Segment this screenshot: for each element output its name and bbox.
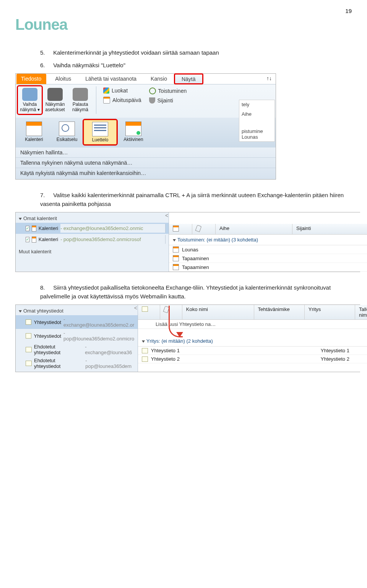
view-menu: Näkymien hallinta… Tallenna nykyinen näk… (16, 147, 276, 179)
col-icon[interactable] (138, 305, 160, 319)
separator (96, 86, 96, 114)
row-subject: Tapaaminen (182, 256, 209, 261)
change-view-button[interactable]: Vaihda näkymä ▾ (18, 86, 42, 114)
contacts-item[interactable]: Ehdotetut yhteystiedot - pop@lounea365de… (16, 356, 138, 370)
view-calendar-label: Kalenteri (19, 137, 49, 142)
col-attachment[interactable] (192, 224, 216, 234)
logo: Lounea (15, 16, 352, 33)
preview-cell: tely (242, 102, 272, 107)
contacts-icon (26, 361, 32, 366)
nav-header[interactable]: Omat kalenterit (16, 214, 169, 223)
contacts-account: - pop@lounea365demo2.onmicro (63, 330, 135, 342)
col-icon[interactable] (169, 224, 192, 234)
list-text: Vaihda näkymäksi "Luettelo" (53, 62, 125, 68)
list-text: Kalenterimerkinnät ja yhteystiedot voida… (53, 49, 219, 56)
contacts-label: Yhteystiedot (34, 319, 61, 325)
col-filed-as[interactable]: Tallennettu nimellä (355, 305, 367, 319)
start-date-button[interactable]: Aloituspäivä (100, 96, 145, 105)
calendar-label: Kalenteri (39, 225, 58, 231)
list-number: 8. (40, 283, 52, 292)
checkbox-icon[interactable] (26, 226, 29, 231)
contact-icon (142, 348, 148, 353)
categories-button[interactable]: Luokat (100, 86, 145, 95)
triangle-icon (173, 239, 176, 241)
collapse-icon[interactable]: < (134, 305, 137, 311)
view-preview-button[interactable]: Esikatselu (51, 120, 83, 144)
gear-icon (47, 88, 63, 101)
triangle-icon (19, 310, 22, 313)
list-number: 7. (40, 191, 52, 200)
list-text: Valitse kaikki kalenterimerkinnät painam… (40, 192, 344, 207)
col-location[interactable]: Sijainti (292, 224, 367, 234)
list-number: 6. (40, 61, 52, 70)
location-label: Sijainti (158, 97, 173, 104)
group-header[interactable]: Toistuminen: (ei mitään) (3 kohdetta) (169, 235, 367, 245)
start-date-label: Aloituspäivä (112, 97, 141, 103)
manage-views-item[interactable]: Näkymien hallinta… (16, 147, 276, 157)
sort-arrows-icon[interactable]: ↑↓ (266, 75, 272, 81)
contact-icon (142, 356, 148, 362)
categories-icon (103, 87, 109, 94)
list-row[interactable]: Yhteystieto 1 Yhteystieto 1 (138, 347, 367, 355)
contacts-item[interactable]: Ehdotetut yhteystiedot - exchange@lounea… (16, 343, 138, 356)
calendar-icon (32, 225, 36, 232)
recurrence-button[interactable]: Toistuminen (146, 86, 190, 96)
checkbox-icon[interactable] (26, 237, 29, 242)
save-view-item[interactable]: Tallenna nykyinen näkymä uutena näkymänä… (16, 157, 276, 168)
view-settings-label: Näkymän asetukset (44, 102, 66, 112)
tab-view[interactable]: Näytä (174, 74, 203, 84)
calendar-view-icon (26, 121, 42, 136)
preview-cell: Lounas (242, 134, 272, 140)
tab-send-receive[interactable]: Lähetä tai vastaanota (78, 74, 144, 84)
row-filed: Yhteystieto 2 (321, 356, 349, 362)
contacts-item[interactable]: Yhteystiedot - exchange@lounea365demo2.o… (16, 315, 138, 329)
page-number: 19 (15, 8, 352, 14)
calendar-nav-pane: Omat kalenterit Kalenteri - exchange@lou… (16, 212, 169, 272)
col-fullname[interactable]: Koko nimi (182, 305, 254, 319)
list-row[interactable]: Yhteystieto 2 Yhteystieto 2 (138, 355, 367, 363)
screenshot-calendar-list: Omat kalenterit Kalenteri - exchange@lou… (15, 212, 360, 272)
contacts-item[interactable]: Yhteystiedot - pop@lounea365demo2.onmicr… (16, 329, 138, 343)
apply-view-item[interactable]: Käytä nykyistä näkymää muihin kalenterik… (16, 168, 276, 178)
calendar-item[interactable]: Kalenteri - pop@lounea365demo2.onmicroso… (16, 234, 169, 245)
nav-header-other[interactable]: Muut kalenterit (16, 247, 169, 256)
screenshot-ribbon: Tiedosto Aloitus Lähetä tai vastaanota K… (15, 73, 276, 180)
view-preview-label: Esikatselu (52, 137, 82, 142)
tab-folder[interactable]: Kansio (144, 74, 174, 84)
contacts-icon (26, 333, 31, 339)
list-row[interactable]: Tapaaminen (169, 263, 367, 272)
col-title[interactable]: Tehtävänimike (254, 305, 305, 319)
row-subject: Lounas (182, 247, 198, 253)
location-button[interactable]: Sijainti (146, 96, 190, 105)
pin-icon (149, 97, 155, 104)
change-view-label: Vaihda näkymä ▾ (19, 102, 41, 112)
list-text: Siirrä yhteystiedot paikalliselta tietok… (40, 284, 331, 300)
list-row[interactable]: Tapaaminen (169, 254, 367, 263)
view-list-button[interactable]: Luettelo (84, 120, 117, 144)
col-company[interactable]: Yritys (305, 305, 355, 319)
view-gallery: Kalenteri Esikatselu Luettelo Aktiivinen (16, 118, 276, 147)
change-view-icon (22, 88, 37, 101)
group-header[interactable]: Yritys: (ei mitään) (2 kohdetta) (138, 336, 367, 347)
tab-file[interactable]: Tiedosto (16, 74, 46, 84)
calendar-item[interactable]: Kalenteri - exchange@lounea365demo2.onmi… (16, 223, 169, 234)
view-active-button[interactable]: Aktiivinen (117, 120, 149, 144)
collapse-icon[interactable]: < (165, 212, 168, 219)
view-settings-button[interactable]: Näkymän asetukset (43, 86, 67, 114)
col-subject[interactable]: Aihe (216, 224, 292, 234)
row-subject: Tapaaminen (182, 264, 209, 270)
right-preview: tely Aihe pistumine Lounas (239, 100, 275, 142)
categories-label: Luokat (112, 87, 128, 94)
calendar-icon (103, 97, 110, 104)
triangle-icon (19, 218, 22, 220)
contacts-account: - exchange@lounea36 (85, 344, 135, 355)
tab-home[interactable]: Aloitus (48, 74, 78, 84)
reset-view-button[interactable]: Palauta näkymä (68, 86, 92, 114)
view-calendar-button[interactable]: Kalenteri (18, 120, 50, 144)
triangle-icon (142, 340, 145, 343)
list-row[interactable]: Lounas (169, 245, 367, 254)
contacts-account: - exchange@lounea365demo2.or (63, 316, 135, 328)
nav-header[interactable]: Omat yhteystiedot (16, 306, 138, 315)
calendar-icon (173, 246, 179, 253)
row-name: Yhteystieto 1 (151, 348, 220, 353)
